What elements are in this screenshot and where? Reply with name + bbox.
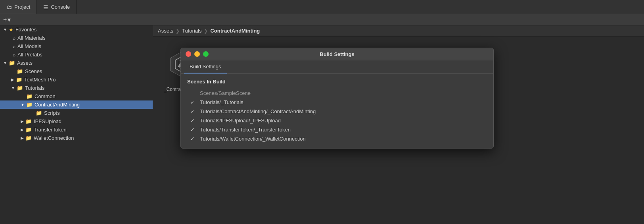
sidebar-item-textmesh-pro[interactable]: ▶ 📁 TextMesh Pro (0, 75, 153, 84)
close-button[interactable] (186, 51, 191, 57)
scene-item-tutorials[interactable]: ✓ Tutorials/_Tutorials (187, 98, 487, 107)
scene-item-ipfs-upload[interactable]: ✓ Tutorials/IPFSUpload/_IPFSUpload (187, 116, 487, 125)
sidebar-item-all-models[interactable]: ⌕ All Models (0, 42, 153, 50)
breadcrumb-contract[interactable]: ContractAndMinting (210, 28, 260, 34)
folder-icon: 📁 (17, 85, 23, 91)
ipfs-upload-label: IPFSUpload (34, 118, 61, 124)
tab-build-settings[interactable]: Build Settings (184, 60, 227, 73)
sidebar: ▼ ★ Favorites ⌕ All Materials ⌕ All Mode… (0, 25, 153, 224)
star-icon: ★ (9, 27, 13, 33)
sidebar-item-ipfs-upload[interactable]: ▶ 📁 IPFSUpload (0, 117, 153, 126)
build-settings-tab-bar: Build Settings (181, 60, 493, 74)
wallet-connection-scene-label: Tutorials/WalletConnection/_WalletConnec… (200, 136, 306, 142)
common-label: Common (34, 93, 56, 99)
breadcrumb: Assets ❯ Tutorials ❯ ContractAndMinting (153, 25, 644, 37)
chevron-right-icon: ▶ (21, 119, 24, 124)
folder-icon: 📁 (17, 68, 23, 74)
sidebar-item-common[interactable]: 📁 Common (0, 92, 153, 100)
scenes-in-build-title: Scenes In Build (187, 79, 487, 85)
contract-minting-scene-label: Tutorials/ContractAndMinting/_ContractAn… (200, 108, 316, 114)
tab-console[interactable]: ☰ Console (37, 0, 77, 14)
tutorials-scene-label: Tutorials/_Tutorials (200, 99, 243, 105)
checkbox-checked: ✓ (190, 136, 197, 142)
maximize-button[interactable] (203, 51, 209, 57)
sidebar-item-tutorials[interactable]: ▼ 📁 Tutorials (0, 84, 153, 92)
folder-icon: 📁 (25, 135, 32, 141)
chevron-down-icon: ▼ (3, 61, 7, 65)
chevron-down-icon: ▼ (11, 86, 15, 90)
sidebar-item-scenes[interactable]: 📁 Scenes (0, 67, 153, 75)
scenes-label: Scenes (25, 68, 42, 74)
checkbox-checked: ✓ (190, 99, 197, 105)
contract-minting-label: ContractAndMinting (34, 102, 80, 108)
tab-project[interactable]: 🗂 Project (0, 0, 37, 14)
transfer-token-label: TransferToken (34, 127, 67, 133)
breadcrumb-sep-1: ❯ (176, 28, 180, 34)
scene-list: ☐ Scenes/SampleScene ✓ Tutorials/_Tutori… (187, 89, 487, 143)
build-settings-content: Build Settings Scenes In Build ☐ Scenes/… (181, 60, 493, 148)
all-materials-label: All Materials (17, 35, 46, 41)
search-icon: ⌕ (13, 44, 15, 49)
sidebar-item-contract-and-minting[interactable]: ▼ 📁 ContractAndMinting (0, 100, 153, 109)
all-models-label: All Models (17, 43, 41, 49)
breadcrumb-tutorials[interactable]: Tutorials (182, 28, 201, 34)
chevron-right-icon: ▶ (21, 136, 24, 140)
window-title: Build Settings (320, 51, 354, 57)
tab-project-label: Project (14, 4, 30, 10)
scripts-label: Scripts (44, 110, 60, 116)
breadcrumb-sep-2: ❯ (204, 28, 208, 34)
build-settings-titlebar: Build Settings (181, 48, 493, 60)
tab-console-label: Console (51, 4, 70, 10)
tab-bar: 🗂 Project ☰ Console (0, 0, 644, 14)
checkbox-checked: ✓ (190, 108, 197, 114)
console-icon: ☰ (43, 4, 48, 10)
sidebar-item-all-materials[interactable]: ⌕ All Materials (0, 34, 153, 42)
sidebar-item-scripts[interactable]: 📁 Scripts (0, 109, 153, 117)
main-layout: ▼ ★ Favorites ⌕ All Materials ⌕ All Mode… (0, 25, 644, 224)
ipfs-upload-scene-label: Tutorials/IPFSUpload/_IPFSUpload (200, 118, 281, 124)
checkbox-unchecked: ☐ (190, 90, 197, 96)
textmesh-label: TextMesh Pro (24, 77, 56, 83)
folder-icon: 📁 (26, 93, 33, 99)
add-button[interactable]: + ▾ (3, 16, 11, 23)
sample-scene-label: Scenes/SampleScene (200, 90, 251, 96)
folder-icon: 📁 (16, 77, 22, 83)
project-icon: 🗂 (6, 4, 12, 10)
sidebar-item-wallet-connection[interactable]: ▶ 📁 WalletConnection (0, 134, 153, 142)
assets-label: Assets (17, 60, 33, 66)
search-icon: ⌕ (13, 52, 15, 58)
transfer-token-scene-label: Tutorials/TransferToken/_TransferToken (200, 127, 291, 133)
sidebar-section-assets[interactable]: ▼ 📁 Assets (0, 59, 153, 67)
tutorials-label: Tutorials (25, 85, 44, 91)
scene-item-transfer-token[interactable]: ✓ Tutorials/TransferToken/_TransferToken (187, 125, 487, 134)
folder-icon: 📁 (25, 118, 32, 124)
scene-item-sample-scene[interactable]: ☐ Scenes/SampleScene (187, 89, 487, 98)
sidebar-item-all-prefabs[interactable]: ⌕ All Prefabs (0, 50, 153, 59)
breadcrumb-assets[interactable]: Assets (158, 28, 173, 34)
checkbox-checked: ✓ (190, 118, 197, 124)
chevron-down-icon: ▼ (21, 102, 25, 107)
window-controls (186, 51, 209, 57)
build-settings-window: Build Settings Build Settings Scenes In … (180, 48, 494, 149)
checkbox-checked: ✓ (190, 127, 197, 133)
toolbar: + ▾ (0, 14, 644, 25)
chevron-down-icon: ▼ (3, 27, 7, 32)
all-prefabs-label: All Prefabs (17, 52, 42, 58)
sidebar-item-transfer-token[interactable]: ▶ 📁 TransferToken (0, 126, 153, 134)
chevron-right-icon: ▶ (11, 77, 14, 82)
wallet-connection-label: WalletConnection (34, 135, 74, 141)
sidebar-section-favorites[interactable]: ▼ ★ Favorites (0, 25, 153, 34)
chevron-right-icon: ▶ (21, 127, 24, 132)
scenes-section: Scenes In Build ☐ Scenes/SampleScene ✓ T… (181, 74, 493, 148)
folder-icon: 📁 (26, 102, 33, 108)
minimize-button[interactable] (194, 51, 200, 57)
scene-item-contract-minting[interactable]: ✓ Tutorials/ContractAndMinting/_Contract… (187, 107, 487, 116)
scene-item-wallet-connection[interactable]: ✓ Tutorials/WalletConnection/_WalletConn… (187, 134, 487, 143)
search-icon: ⌕ (13, 35, 15, 41)
favorites-label: Favorites (15, 27, 36, 33)
folder-icon: 📁 (25, 127, 32, 133)
folder-icon: 📁 (36, 110, 42, 116)
folder-icon: 📁 (9, 60, 15, 66)
